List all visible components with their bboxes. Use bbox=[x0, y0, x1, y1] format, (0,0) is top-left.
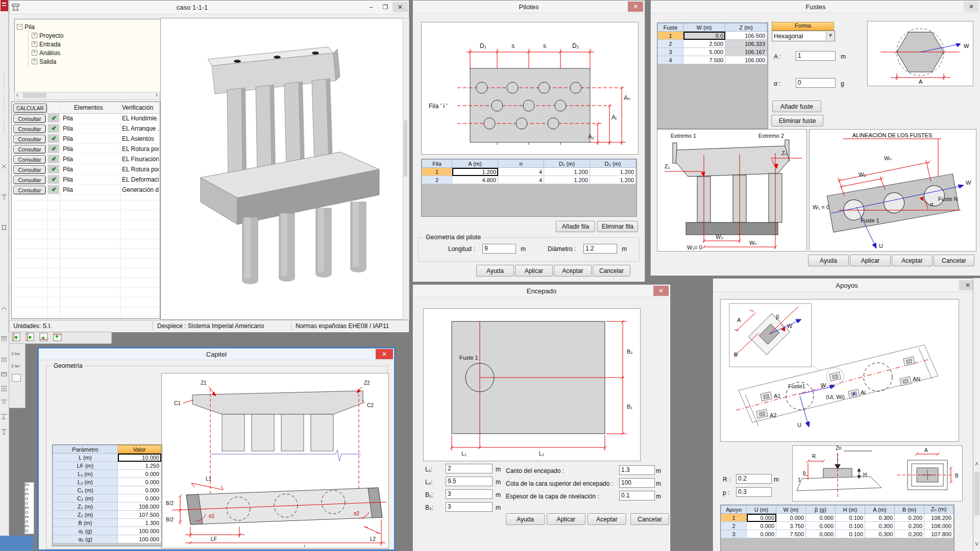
cell-w[interactable]: 7.500 bbox=[683, 56, 725, 64]
col-fuste[interactable]: Fuste bbox=[658, 23, 683, 32]
expand-icon[interactable]: + bbox=[32, 50, 37, 56]
row-header[interactable]: 2 bbox=[721, 522, 747, 530]
consultar-button[interactable]: Consultar bbox=[13, 145, 46, 154]
col-u[interactable]: U (m) bbox=[747, 506, 776, 514]
cell-z[interactable]: 106.333 bbox=[725, 40, 767, 48]
expand-icon[interactable]: + bbox=[32, 41, 37, 47]
col-w[interactable]: W (m) bbox=[683, 23, 725, 32]
consultar-button[interactable]: Consultar bbox=[13, 155, 46, 164]
cell[interactable]: 0.000 bbox=[747, 514, 776, 522]
encepado-titlebar[interactable]: Encepado bbox=[413, 285, 670, 297]
cell[interactable]: 0.300 bbox=[865, 530, 895, 538]
cell[interactable]: 0.100 bbox=[836, 514, 865, 522]
verificacion-cell[interactable]: Generación d... bbox=[122, 186, 159, 193]
scroll-right-icon[interactable]: › bbox=[156, 91, 158, 98]
col-zn[interactable]: Zₙ (m) bbox=[924, 506, 953, 514]
aplicar-button[interactable]: Aplicar bbox=[547, 513, 585, 525]
close-button[interactable]: ✕ bbox=[964, 2, 979, 12]
verificacion-cell[interactable]: EL Fisuración bbox=[122, 156, 159, 163]
cell[interactable]: 0.100 bbox=[836, 530, 865, 538]
cell[interactable]: 0.000 bbox=[806, 522, 836, 530]
row-header[interactable]: 3 bbox=[721, 530, 747, 538]
col-d2[interactable]: D₂ (m) bbox=[590, 160, 636, 168]
value[interactable]: 1.250 bbox=[118, 462, 161, 470]
diametro-input[interactable]: 1.2 bbox=[583, 244, 617, 254]
l2-input[interactable]: 9.5 bbox=[446, 477, 493, 486]
scroll-down-icon[interactable]: ˅ bbox=[975, 541, 978, 548]
tool-icon-strip[interactable] bbox=[0, 11, 9, 551]
aplicar-button[interactable]: Aplicar bbox=[850, 255, 891, 266]
param[interactable]: Z₁ (m) bbox=[53, 503, 118, 511]
row-header[interactable]: 2 bbox=[658, 40, 683, 48]
maximize-button[interactable]: ❐ bbox=[378, 2, 393, 12]
verificacion-cell[interactable]: EL Hundimie... bbox=[122, 115, 159, 122]
param[interactable]: α₂ (g) bbox=[53, 535, 118, 543]
param[interactable]: L₁ (m) bbox=[53, 470, 118, 478]
cell[interactable]: 0.000 bbox=[776, 514, 806, 522]
l1-input[interactable]: 2 bbox=[446, 464, 493, 473]
tree-hscrollbar[interactable]: ‹ › bbox=[14, 92, 160, 100]
collapse-icon[interactable]: − bbox=[17, 24, 22, 30]
cell-z[interactable]: 106.000 bbox=[725, 56, 767, 64]
viewport-3d[interactable] bbox=[160, 18, 403, 320]
delete-fuste-button[interactable]: Eliminar fuste bbox=[771, 115, 823, 127]
delete-row-button[interactable]: Eliminar fila bbox=[597, 221, 638, 232]
close-button[interactable]: ✕ bbox=[376, 349, 393, 359]
app-icon[interactable] bbox=[1, 0, 8, 11]
scroll-thumb[interactable] bbox=[404, 120, 407, 177]
col-d1[interactable]: D₁ (m) bbox=[544, 160, 590, 168]
value[interactable]: 0.000 bbox=[118, 486, 161, 494]
alpha-input[interactable]: 0 bbox=[796, 78, 836, 88]
elemento-cell[interactable]: Pila bbox=[63, 125, 73, 132]
cell-z[interactable]: 106.500 bbox=[725, 32, 767, 40]
row-header[interactable]: 4 bbox=[658, 56, 683, 64]
col-h[interactable]: H (m) bbox=[836, 506, 865, 514]
cell-d2[interactable]: 1.200 bbox=[590, 168, 636, 176]
col-n[interactable]: n bbox=[498, 160, 544, 168]
param[interactable]: α₁ (g) bbox=[53, 527, 118, 535]
cell-w[interactable]: 5.000 bbox=[683, 48, 725, 56]
verification-row[interactable]: Consultar✔PilaEL Hundimie... bbox=[12, 113, 160, 123]
cell-z[interactable]: 106.167 bbox=[725, 48, 767, 56]
cell[interactable]: 0.200 bbox=[895, 514, 924, 522]
cell[interactable]: 0.000 bbox=[806, 530, 836, 538]
screen-vscrollbar[interactable]: ˄ ˅ bbox=[973, 278, 980, 551]
cell-a[interactable]: 1.200 bbox=[452, 168, 498, 176]
cancelar-button[interactable]: Cancelar bbox=[593, 265, 630, 277]
ayuda-button[interactable]: Ayuda bbox=[506, 513, 545, 525]
consultar-button[interactable]: Consultar bbox=[13, 165, 46, 174]
cota-input[interactable]: 100 bbox=[619, 478, 655, 488]
cell[interactable]: 3.750 bbox=[776, 522, 806, 530]
elemento-cell[interactable]: Pila bbox=[63, 176, 73, 183]
elemento-cell[interactable]: Pila bbox=[63, 186, 73, 193]
chevron-down-icon[interactable]: ▾ bbox=[826, 32, 835, 40]
verification-row[interactable]: Consultar✔PilaEL Fisuración bbox=[12, 154, 160, 164]
b2-input[interactable]: 3 bbox=[446, 502, 493, 512]
cell-n[interactable]: 4 bbox=[498, 168, 544, 176]
close-button[interactable]: ✕ bbox=[653, 286, 669, 296]
aceptar-button[interactable]: Aceptar bbox=[554, 265, 592, 277]
value[interactable]: 108.000 bbox=[118, 503, 161, 511]
col-a[interactable]: A (m) bbox=[452, 160, 498, 168]
elemento-cell[interactable]: Pila bbox=[63, 166, 73, 173]
cell[interactable]: 0.100 bbox=[836, 522, 865, 530]
grid-tool-icons[interactable] bbox=[9, 332, 111, 342]
cell-w[interactable]: 2.500 bbox=[683, 40, 725, 48]
minimize-button[interactable]: – bbox=[364, 2, 378, 12]
calcular-button[interactable]: CALCULAR bbox=[13, 104, 47, 113]
verificacion-cell[interactable]: EL Deformaci... bbox=[122, 176, 159, 183]
tool-label-ztra[interactable]: Z tra bbox=[11, 352, 19, 356]
elemento-cell[interactable]: Pila bbox=[63, 156, 73, 163]
scroll-thumb[interactable] bbox=[974, 472, 979, 515]
scroll-thumb[interactable] bbox=[23, 93, 46, 98]
a-input[interactable]: 1 bbox=[796, 51, 836, 61]
cell[interactable]: 108.000 bbox=[924, 522, 953, 530]
cell[interactable]: 0.300 bbox=[865, 514, 895, 522]
consultar-button[interactable]: Consultar bbox=[13, 135, 46, 143]
expand-icon[interactable]: + bbox=[32, 33, 37, 38]
verification-row[interactable]: Consultar✔PilaEL Asientos bbox=[12, 134, 160, 144]
value[interactable]: 100.000 bbox=[118, 527, 161, 535]
cell-d1[interactable]: 1.200 bbox=[544, 176, 590, 184]
elemento-cell[interactable]: Pila bbox=[63, 145, 73, 153]
row-header[interactable]: 1 bbox=[721, 514, 747, 522]
